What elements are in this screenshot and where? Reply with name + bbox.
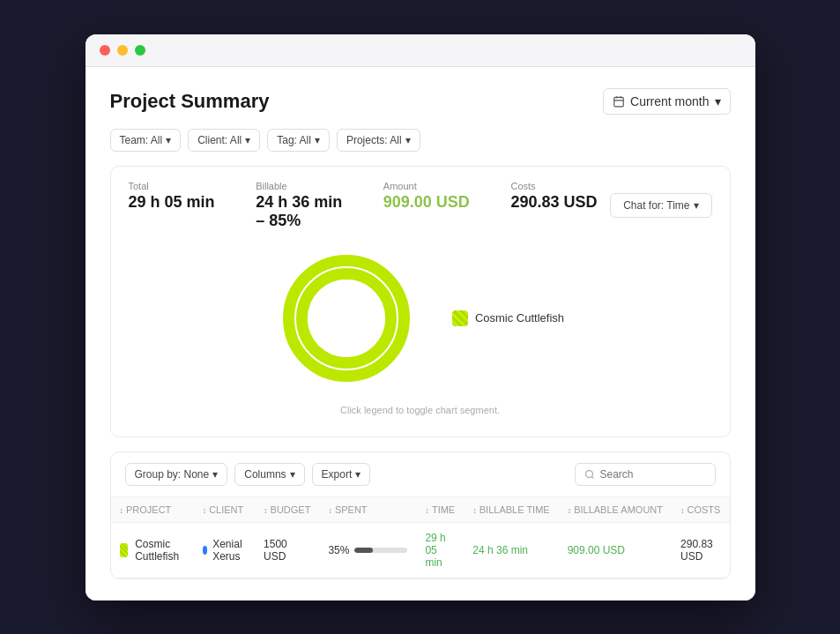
amount-label: Amount	[383, 181, 483, 191]
tag-filter-label: Tag: All	[277, 134, 311, 146]
date-filter-button[interactable]: Current month ▾	[603, 88, 730, 115]
maximize-button[interactable]	[135, 45, 145, 56]
progress-fill	[354, 548, 373, 553]
chevron-down-icon: ▾	[166, 134, 171, 146]
tag-filter[interactable]: Tag: All ▾	[267, 129, 330, 152]
billable-metric: Billable 24 h 36 min – 85%	[256, 181, 355, 230]
summary-metrics: Total 29 h 05 min Billable 24 h 36 min –…	[129, 181, 611, 230]
cell-project: Cosmic Cuttlefish	[111, 522, 194, 578]
donut-chart	[276, 248, 417, 389]
project-name: Cosmic Cuttlefish	[135, 538, 184, 563]
projects-filter[interactable]: Projects: All ▾	[337, 129, 420, 152]
export-label: Export	[322, 468, 353, 481]
date-filter-label: Current month	[630, 94, 709, 108]
chevron-down-icon: ▾	[290, 468, 295, 481]
spent-pct: 35%	[328, 544, 349, 556]
col-budget: ↕BUDGET	[255, 497, 319, 523]
chevron-down-icon: ▾	[715, 94, 721, 108]
page-header: Project Summary Current month ▾	[110, 88, 731, 115]
chevron-down-icon: ▾	[405, 134, 411, 146]
billable-value: 24 h 36 min – 85%	[256, 193, 355, 230]
cell-billable-time: 24 h 36 min	[464, 522, 558, 578]
col-time: ↕TIME	[416, 497, 464, 523]
client-filter-label: Client: All	[197, 134, 242, 146]
total-value: 29 h 05 min	[129, 193, 228, 212]
legend-color-swatch	[452, 310, 468, 326]
search-input[interactable]	[600, 468, 706, 481]
minimize-button[interactable]	[117, 45, 128, 56]
columns-label: Columns	[244, 468, 286, 481]
billable-time-value: 24 h 36 min	[472, 544, 528, 556]
projects-filter-label: Projects: All	[346, 134, 402, 146]
costs-value: 290.83 USD	[510, 193, 610, 212]
time-value: 29 h 05 min	[425, 532, 445, 569]
summary-card: Total 29 h 05 min Billable 24 h 36 min –…	[110, 166, 731, 437]
amount-metric: Amount 909.00 USD	[383, 181, 483, 212]
cell-costs: 290.83 USD	[672, 522, 729, 578]
toolbar-left: Group by: None ▾ Columns ▾ Export ▾	[125, 463, 371, 486]
progress-bar	[354, 548, 407, 553]
col-billable-time: ↕BILLABLE TIME	[464, 497, 558, 523]
cell-billable-amount: 909.00 USD	[559, 522, 672, 578]
chat-btn-label: Chat for: Time	[623, 199, 689, 212]
project-color-dot	[120, 543, 129, 557]
chevron-down-icon: ▾	[315, 134, 320, 146]
costs-label: Costs	[510, 181, 610, 191]
chat-for-time-button[interactable]: Chat for: Time ▾	[610, 193, 711, 218]
chart-hint: Click legend to toggle chart segment.	[129, 405, 712, 422]
table-header-row: ↕PROJECT ↕CLIENT ↕BUDGET ↕SPENT ↕TIME ↕B…	[111, 497, 730, 523]
client-filter[interactable]: Client: All ▾	[188, 129, 260, 152]
chevron-down-icon: ▾	[212, 468, 218, 481]
client-color-dot	[203, 546, 208, 555]
group-by-button[interactable]: Group by: None ▾	[125, 463, 228, 486]
legend-label: Cosmic Cuttlefish	[475, 311, 564, 324]
titlebar	[85, 34, 755, 67]
client-name: Xenial Xerus	[212, 538, 246, 563]
export-button[interactable]: Export ▾	[312, 463, 371, 486]
cell-budget: 1500 USD	[255, 522, 319, 578]
amount-value: 909.00 USD	[383, 193, 483, 212]
col-costs: ↕COSTS	[672, 497, 729, 523]
svg-line-8	[591, 476, 593, 478]
col-client: ↕CLIENT	[194, 497, 255, 523]
main-content: Project Summary Current month ▾ Team: Al…	[85, 67, 755, 600]
table-toolbar: Group by: None ▾ Columns ▾ Export ▾	[111, 452, 730, 497]
columns-button[interactable]: Columns ▾	[234, 463, 304, 486]
chevron-down-icon: ▾	[355, 468, 361, 481]
chart-legend-item[interactable]: Cosmic Cuttlefish	[452, 310, 564, 326]
table-row: Cosmic Cuttlefish Xenial Xerus 1500 USD	[111, 522, 730, 578]
group-by-label: Group by: None	[135, 468, 210, 481]
billable-label: Billable	[256, 181, 355, 191]
col-billable-amount: ↕BILLABLE AMOUNT	[559, 497, 672, 523]
search-box[interactable]	[575, 463, 716, 486]
total-metric: Total 29 h 05 min	[129, 181, 228, 212]
costs-metric: Costs 290.83 USD	[510, 181, 610, 212]
cell-time: 29 h 05 min	[416, 522, 464, 578]
chevron-down-icon: ▾	[245, 134, 250, 146]
page-title: Project Summary	[110, 90, 270, 113]
projects-table-card: Group by: None ▾ Columns ▾ Export ▾	[110, 451, 731, 579]
chevron-down-icon: ▾	[694, 199, 699, 212]
col-project: ↕PROJECT	[111, 497, 194, 523]
total-label: Total	[129, 181, 228, 191]
search-icon	[584, 469, 595, 480]
billable-amount-value: 909.00 USD	[568, 544, 625, 556]
cell-client: Xenial Xerus	[194, 522, 255, 578]
close-button[interactable]	[100, 45, 110, 56]
svg-rect-0	[614, 97, 624, 107]
filters-bar: Team: All ▾ Client: All ▾ Tag: All ▾ Pro…	[110, 129, 731, 152]
team-filter-label: Team: All	[120, 134, 163, 146]
col-spent: ↕SPENT	[319, 497, 416, 523]
app-window: Project Summary Current month ▾ Team: Al…	[85, 34, 755, 600]
svg-point-7	[585, 470, 592, 477]
svg-point-6	[308, 280, 385, 357]
team-filter[interactable]: Team: All ▾	[110, 129, 182, 152]
calendar-icon	[613, 95, 625, 108]
chart-area: Cosmic Cuttlefish	[129, 230, 712, 398]
cell-spent: 35%	[319, 522, 416, 578]
projects-table: ↕PROJECT ↕CLIENT ↕BUDGET ↕SPENT ↕TIME ↕B…	[111, 497, 730, 578]
